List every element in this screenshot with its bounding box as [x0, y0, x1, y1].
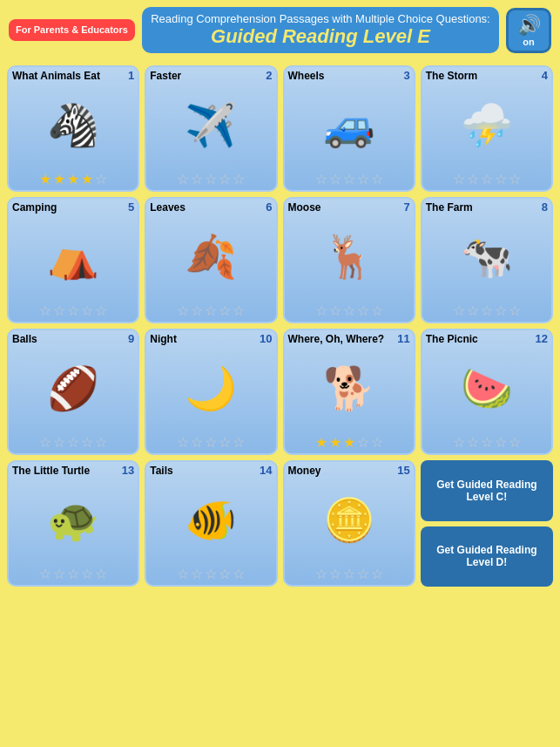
card-title: What Animals Eat: [9, 67, 138, 82]
card-15[interactable]: Money15🪙☆☆☆☆☆: [283, 460, 415, 587]
card-7[interactable]: Moose7🦌☆☆☆☆☆: [283, 197, 415, 323]
star: ☆: [357, 434, 369, 451]
star: ★: [329, 434, 341, 451]
card-stars: ☆☆☆☆☆: [453, 431, 521, 453]
card-3[interactable]: Wheels3🚙☆☆☆☆☆: [283, 65, 415, 192]
star: ☆: [453, 434, 465, 451]
card-number: 2: [266, 69, 272, 82]
card-number: 9: [128, 332, 134, 345]
card-title: The Storm: [422, 67, 551, 82]
card-title: The Picnic: [422, 330, 551, 345]
star: ☆: [329, 171, 341, 187]
card-13[interactable]: The Little Turtle13🐢☆☆☆☆☆: [7, 460, 139, 587]
card-8[interactable]: The Farm8🐄☆☆☆☆☆: [421, 197, 553, 323]
card-number: 12: [536, 332, 548, 345]
card-14[interactable]: Tails14🐠☆☆☆☆☆: [145, 460, 277, 587]
card-image: ✈️: [146, 82, 275, 168]
star: ☆: [219, 302, 231, 319]
card-title: The Little Turtle: [9, 462, 138, 477]
star: ☆: [233, 566, 245, 582]
card-number: 6: [266, 200, 272, 214]
star: ☆: [53, 302, 65, 319]
star: ☆: [467, 434, 479, 451]
star: ☆: [53, 434, 65, 451]
card-image: 🐄: [422, 214, 551, 300]
card-6[interactable]: Leaves6🍂☆☆☆☆☆: [145, 197, 277, 323]
star: ☆: [219, 566, 231, 582]
star: ☆: [67, 434, 79, 451]
star: ☆: [343, 302, 355, 319]
card-stars: ☆☆☆☆☆: [177, 300, 245, 322]
star: ☆: [329, 566, 341, 582]
star: ☆: [95, 434, 107, 451]
card-stars: ★★★☆☆: [315, 431, 383, 453]
star: ☆: [39, 302, 51, 319]
card-1[interactable]: What Animals Eat1🦓★★★★☆: [7, 65, 139, 192]
card-stars: ☆☆☆☆☆: [177, 563, 245, 585]
star: ★: [81, 171, 93, 187]
card-2[interactable]: Faster2✈️☆☆☆☆☆: [145, 65, 277, 192]
star: ☆: [233, 434, 245, 451]
level-btn-1[interactable]: Get Guided Reading Level C!: [421, 460, 553, 521]
star: ★: [343, 434, 355, 451]
header-subtitle: Reading Comprehension Passages with Mult…: [151, 12, 490, 25]
card-12[interactable]: The Picnic12🍉☆☆☆☆☆: [421, 329, 553, 455]
card-stars: ☆☆☆☆☆: [39, 300, 107, 322]
star: ☆: [191, 434, 203, 451]
star: ☆: [481, 434, 493, 451]
star: ☆: [315, 171, 327, 187]
star: ☆: [495, 302, 507, 319]
card-title: Tails: [146, 462, 275, 477]
star: ★: [39, 171, 51, 187]
card-number: 15: [397, 464, 409, 477]
card-image: 🦓: [9, 82, 138, 168]
card-stars: ☆☆☆☆☆: [39, 563, 107, 585]
star: ☆: [81, 302, 93, 319]
star: ☆: [453, 302, 465, 319]
card-9[interactable]: Balls9🏈☆☆☆☆☆: [7, 329, 139, 455]
level-btn-2[interactable]: Get Guided Reading Level D!: [421, 526, 553, 587]
star: ☆: [233, 171, 245, 187]
header-title-box: Reading Comprehension Passages with Mult…: [142, 7, 499, 53]
sound-label: on: [523, 37, 534, 47]
star: ☆: [315, 566, 327, 582]
star: ☆: [39, 434, 51, 451]
star: ☆: [467, 171, 479, 187]
star: ☆: [343, 566, 355, 582]
card-11[interactable]: Where, Oh, Where?11🐕★★★☆☆: [283, 329, 415, 455]
card-5[interactable]: Camping5⛺☆☆☆☆☆: [7, 197, 139, 323]
card-image: 🏈: [9, 345, 138, 431]
header: For Parents & Educators Reading Comprehe…: [0, 0, 560, 60]
card-title: The Farm: [422, 199, 551, 214]
card-stars: ☆☆☆☆☆: [315, 168, 383, 190]
star: ☆: [509, 434, 521, 451]
for-parents-button[interactable]: For Parents & Educators: [9, 19, 135, 41]
star: ☆: [509, 302, 521, 319]
card-image: 🚙: [285, 82, 414, 168]
card-4[interactable]: The Storm4⛈️☆☆☆☆☆: [421, 65, 553, 192]
star: ☆: [95, 171, 107, 187]
card-image: ⛈️: [422, 82, 551, 168]
card-number: 5: [128, 200, 134, 214]
for-parents-label: For Parents & Educators: [16, 24, 128, 35]
card-number: 11: [397, 332, 409, 345]
sound-button[interactable]: 🔊 on: [506, 8, 551, 53]
card-title: Camping: [9, 199, 138, 214]
card-number: 10: [260, 332, 272, 345]
star: ☆: [357, 302, 369, 319]
card-stars: ☆☆☆☆☆: [315, 300, 383, 322]
star: ☆: [177, 171, 189, 187]
star: ☆: [481, 171, 493, 187]
header-main-title: Guided Reading Level E: [151, 25, 490, 48]
star: ☆: [177, 566, 189, 582]
card-title: Moose: [285, 199, 414, 214]
card-stars: ☆☆☆☆☆: [453, 168, 521, 190]
card-title: Where, Oh, Where?: [285, 330, 414, 345]
star: ☆: [371, 434, 383, 451]
star: ☆: [495, 434, 507, 451]
star: ☆: [191, 171, 203, 187]
card-image: 🐕: [285, 345, 414, 431]
star: ☆: [81, 566, 93, 582]
card-10[interactable]: Night10🌙☆☆☆☆☆: [145, 329, 277, 455]
star: ☆: [177, 302, 189, 319]
